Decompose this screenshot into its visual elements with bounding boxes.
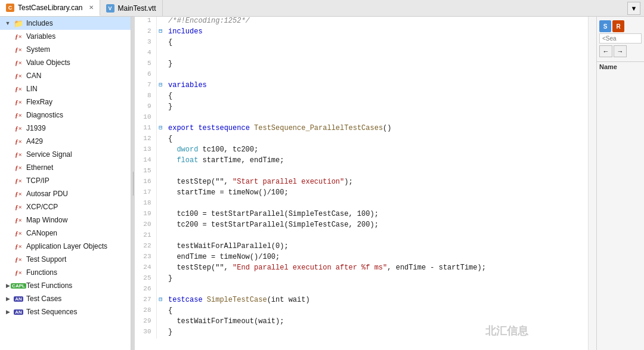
fold-indicator — [156, 145, 165, 156]
sidebar-item-diagnostics[interactable]: ƒ× Diagnostics — [0, 109, 131, 122]
sidebar-item-tcpip[interactable]: ƒ× TCP/IP — [0, 174, 131, 187]
collapse-arrow-test-sequences[interactable]: ▶ — [5, 309, 11, 315]
sidebar-item-system[interactable]: ƒ× System — [0, 43, 131, 56]
collapse-arrow-test-functions[interactable]: ▶ — [5, 283, 11, 289]
line-code[interactable]: } — [165, 328, 588, 339]
sidebar-item-test-sequences[interactable]: ▶ AN Test Sequences — [0, 305, 131, 318]
sidebar-label-canopen: CANopen — [26, 229, 57, 237]
title-bar: C TestCaseLibrary.can ✕ V MainTest.vtt ▼ — [0, 0, 644, 17]
code-editor[interactable]: 1/*#!Encoding:1252*/2⊟includes3{45}67⊟va… — [135, 17, 588, 350]
sidebar-item-a429[interactable]: ƒ× A429 — [0, 135, 131, 148]
line-code[interactable]: testStep("", "End parallel execution aft… — [165, 264, 588, 274]
fold-indicator — [156, 167, 165, 178]
title-dropdown-btn[interactable]: ▼ — [627, 2, 640, 15]
line-code[interactable]: { — [165, 92, 588, 103]
fold-indicator[interactable]: ⊟ — [156, 124, 165, 135]
sidebar-item-ethernet[interactable]: ƒ× Ethernet — [0, 161, 131, 174]
sidebar-item-canopen[interactable]: ƒ× CANopen — [0, 227, 131, 240]
line-code[interactable]: export testsequence TestSequence_Paralle… — [165, 124, 588, 135]
line-code[interactable] — [165, 167, 588, 178]
line-code[interactable]: testStep("", "Start parallel execution")… — [165, 178, 588, 188]
line-code[interactable]: testWaitForAllParallel(0); — [165, 242, 588, 253]
fold-indicator — [156, 135, 165, 145]
sidebar-label-autosar-pdu: Autosar PDU — [26, 190, 68, 198]
sidebar-item-test-support[interactable]: ƒ× Test Support — [0, 253, 131, 266]
sidebar-item-test-cases[interactable]: ▶ AN Test Cases — [0, 292, 131, 305]
table-row: 1/*#!Encoding:1252*/ — [135, 17, 588, 27]
line-code[interactable]: testWaitForTimeout(wait); — [165, 317, 588, 328]
sidebar-item-value-objects[interactable]: ƒ× Value Objects — [0, 56, 131, 69]
line-code[interactable]: tc200 = testStartParallel(SimpleTestCase… — [165, 221, 588, 231]
right-search-input[interactable] — [599, 33, 642, 44]
line-code[interactable] — [165, 49, 588, 60]
line-number: 18 — [135, 199, 156, 210]
sidebar-item-variables[interactable]: ƒ× Variables — [0, 30, 131, 43]
line-code[interactable]: endTime = timeNow()/100; — [165, 253, 588, 264]
sidebar-item-lin[interactable]: ƒ× LIN — [0, 82, 131, 95]
sidebar-item-autosar-pdu[interactable]: ƒ× Autosar PDU — [0, 187, 131, 200]
line-code[interactable] — [165, 231, 588, 242]
line-code[interactable]: { — [165, 38, 588, 49]
line-code[interactable]: testcase SimpleTestCase(int wait) — [165, 296, 588, 306]
sidebar-item-service-signal[interactable]: ƒ× Service Signal — [0, 148, 131, 161]
line-code[interactable]: } — [165, 274, 588, 285]
sidebar-item-functions[interactable]: ƒ× Functions — [0, 266, 131, 279]
sidebar-item-can[interactable]: ƒ× CAN — [0, 69, 131, 82]
line-code[interactable] — [165, 70, 588, 81]
line-code[interactable] — [165, 113, 588, 124]
table-row: 21 — [135, 231, 588, 242]
line-code[interactable]: } — [165, 103, 588, 113]
next-result-button[interactable]: → — [614, 45, 627, 57]
sidebar-item-xcp-ccp[interactable]: ƒ× XCP/CCP — [0, 200, 131, 213]
table-row: 10 — [135, 113, 588, 124]
line-code[interactable] — [165, 199, 588, 210]
sidebar-label-service-signal: Service Signal — [26, 150, 72, 159]
fold-indicator[interactable]: ⊟ — [156, 81, 165, 92]
sx-icon-test-support: ƒ× — [14, 255, 23, 264]
line-code[interactable]: variables — [165, 81, 588, 92]
fold-indicator[interactable]: ⊟ — [156, 27, 165, 38]
sx-icon-service-signal: ƒ× — [14, 150, 23, 159]
line-code[interactable]: { — [165, 135, 588, 145]
vertical-scrollbar[interactable] — [588, 17, 596, 350]
tab-label-maintest: MainTest.vtt — [118, 4, 156, 13]
line-code[interactable]: } — [165, 60, 588, 70]
tab-maintest[interactable]: V MainTest.vtt — [100, 0, 163, 16]
collapse-arrow-includes[interactable]: ▼ — [5, 20, 11, 26]
tab-testcase[interactable]: C TestCaseLibrary.can ✕ — [0, 0, 100, 16]
line-code[interactable]: dword tc100, tc200; — [165, 145, 588, 156]
table-row: 24 testStep("", "End parallel execution … — [135, 264, 588, 274]
line-number: 2 — [135, 27, 156, 38]
line-code[interactable]: { — [165, 306, 588, 317]
fold-indicator[interactable]: ⊟ — [156, 296, 165, 306]
an-icon-test-cases: AN — [14, 294, 23, 303]
line-code[interactable]: float startTime, endTime; — [165, 156, 588, 167]
collapse-arrow-test-cases[interactable]: ▶ — [5, 296, 11, 302]
line-code[interactable]: includes — [165, 27, 588, 38]
sidebar-item-flexray[interactable]: ƒ× FlexRay — [0, 95, 131, 109]
fold-indicator — [156, 49, 165, 60]
table-row: 29 testWaitForTimeout(wait); — [135, 317, 588, 328]
splitter-line — [133, 172, 134, 196]
sidebar-item-includes[interactable]: ▼ 📁 Includes — [0, 17, 131, 30]
sidebar-label-variables: Variables — [26, 32, 55, 41]
line-number: 19 — [135, 210, 156, 221]
sx-icon-lin: ƒ× — [14, 84, 23, 94]
fold-indicator — [156, 188, 165, 199]
line-code[interactable]: startTime = timeNow()/100; — [165, 188, 588, 199]
sidebar-item-map-window[interactable]: ƒ× Map Window — [0, 213, 131, 227]
tab-close-testcase[interactable]: ✕ — [89, 4, 94, 11]
prev-result-button[interactable]: ← — [599, 45, 612, 57]
line-code[interactable] — [165, 285, 588, 296]
table-row: 11⊟export testsequence TestSequence_Para… — [135, 124, 588, 135]
sidebar-item-j1939[interactable]: ƒ× J1939 — [0, 122, 131, 135]
line-number: 27 — [135, 296, 156, 306]
line-code[interactable]: tc100 = testStartParallel(SimpleTestCase… — [165, 210, 588, 221]
fold-indicator — [156, 92, 165, 103]
sidebar-item-application-layer[interactable]: ƒ× Application Layer Objects — [0, 240, 131, 253]
sidebar-item-test-functions[interactable]: ▶ CAPL Test Functions — [0, 279, 131, 292]
line-number: 25 — [135, 274, 156, 285]
line-code[interactable]: /*#!Encoding:1252*/ — [165, 17, 588, 27]
table-row: 4 — [135, 49, 588, 60]
table-row: 25} — [135, 274, 588, 285]
